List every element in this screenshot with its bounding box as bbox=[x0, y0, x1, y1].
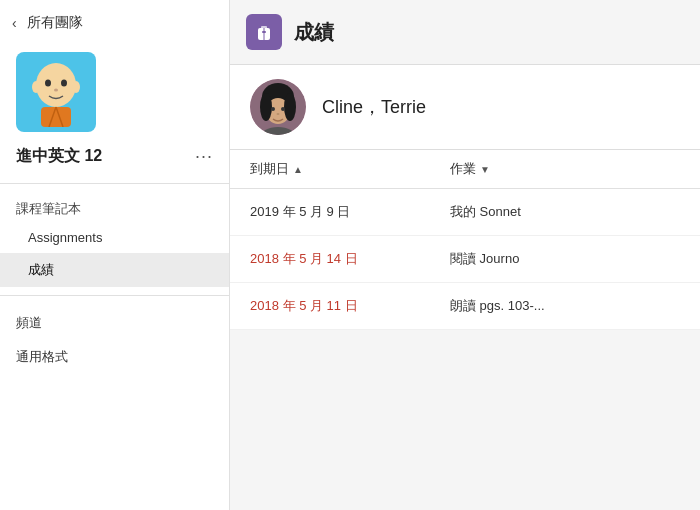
svg-point-18 bbox=[271, 107, 275, 111]
section-format-label: 通用格式 bbox=[0, 338, 229, 372]
sidebar-header: ‹ 所有團隊 bbox=[0, 0, 229, 42]
back-arrow-icon[interactable]: ‹ bbox=[12, 15, 17, 31]
svg-point-1 bbox=[32, 81, 40, 93]
table-header: 到期日 ▲ 作業 ▼ bbox=[230, 150, 700, 189]
main-title: 成績 bbox=[294, 19, 334, 46]
svg-point-5 bbox=[54, 89, 58, 92]
cell-assignment-1: 閱讀 Journo bbox=[450, 250, 680, 268]
cell-assignment-0: 我的 Sonnet bbox=[450, 203, 680, 221]
col-date-header[interactable]: 到期日 ▲ bbox=[250, 160, 450, 178]
table-row[interactable]: 2019 年 5 月 9 日我的 Sonnet bbox=[230, 189, 700, 236]
svg-point-19 bbox=[281, 107, 285, 111]
svg-point-0 bbox=[36, 63, 76, 107]
cell-assignment-2: 朗讀 pgs. 103-... bbox=[450, 297, 680, 315]
table-body: 2019 年 5 月 9 日我的 Sonnet2018 年 5 月 14 日閱讀… bbox=[230, 189, 700, 330]
svg-point-17 bbox=[284, 93, 296, 121]
team-name-row: 進中英文 12 ··· bbox=[0, 146, 229, 183]
svg-point-3 bbox=[45, 80, 51, 87]
table-row[interactable]: 2018 年 5 月 11 日朗讀 pgs. 103-... bbox=[230, 283, 700, 330]
student-name: Cline，Terrie bbox=[322, 95, 426, 119]
divider-2 bbox=[0, 295, 229, 296]
divider-1 bbox=[0, 183, 229, 184]
main-panel: 成績 bbox=[230, 0, 700, 510]
section-notebook-label: 課程筆記本 bbox=[0, 192, 229, 222]
sidebar: ‹ 所有團隊 進中英文 12 ··· 課程筆記 bbox=[0, 0, 230, 510]
main-header: 成績 bbox=[230, 0, 700, 65]
cell-date-2: 2018 年 5 月 11 日 bbox=[250, 297, 450, 315]
team-avatar bbox=[16, 52, 96, 132]
sort-up-icon: ▲ bbox=[293, 164, 303, 175]
team-name: 進中英文 12 bbox=[16, 146, 187, 167]
table-row[interactable]: 2018 年 5 月 14 日閱讀 Journo bbox=[230, 236, 700, 283]
cell-date-0: 2019 年 5 月 9 日 bbox=[250, 203, 450, 221]
col-assignment-header[interactable]: 作業 ▼ bbox=[450, 160, 680, 178]
section-channel-label: 頻道 bbox=[0, 304, 229, 338]
sort-down-icon: ▼ bbox=[480, 164, 490, 175]
svg-rect-6 bbox=[41, 107, 71, 127]
student-avatar bbox=[250, 79, 306, 135]
student-row: Cline，Terrie bbox=[230, 65, 700, 150]
team-options-button[interactable]: ··· bbox=[195, 146, 213, 167]
sidebar-item-grades[interactable]: 成績 bbox=[0, 253, 229, 287]
grade-icon bbox=[246, 14, 282, 50]
svg-point-20 bbox=[277, 113, 280, 115]
back-label[interactable]: 所有團隊 bbox=[27, 14, 83, 32]
svg-point-16 bbox=[260, 93, 272, 121]
svg-point-2 bbox=[72, 81, 80, 93]
svg-point-4 bbox=[61, 80, 67, 87]
cell-date-1: 2018 年 5 月 14 日 bbox=[250, 250, 450, 268]
sidebar-item-assignments[interactable]: Assignments bbox=[0, 222, 229, 253]
